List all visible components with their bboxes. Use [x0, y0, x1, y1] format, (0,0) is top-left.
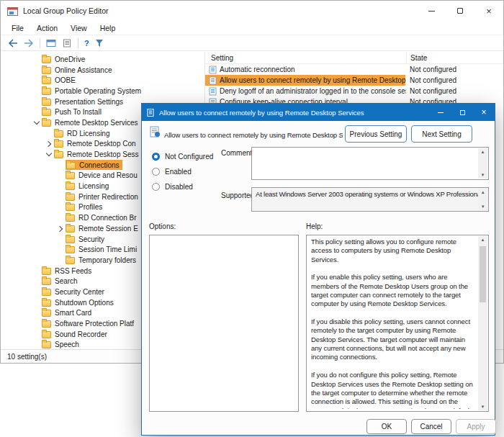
options-panel — [149, 235, 299, 412]
folder-icon — [42, 331, 51, 338]
tree-item-oobe[interactable]: OOBE — [1, 75, 204, 86]
tree-item-label: Shutdown Options — [55, 299, 114, 307]
tree-item-label: Security Center — [55, 288, 104, 296]
console-tree-icon[interactable] — [46, 39, 56, 48]
folder-icon — [42, 88, 51, 95]
export-list-icon[interactable] — [62, 39, 72, 48]
policy-setting-icon — [149, 126, 161, 140]
filter-icon[interactable] — [95, 39, 104, 48]
folder-icon — [66, 183, 75, 190]
menu-file[interactable]: File — [5, 22, 30, 34]
setting-state: Not configured — [406, 87, 503, 95]
tree-item-label: Sound Recorder — [55, 330, 107, 338]
chevron-expanded-icon[interactable] — [45, 150, 54, 159]
minimize-button[interactable] — [417, 1, 446, 21]
tree-item-label: RD Licensing — [67, 130, 109, 138]
supported-on-box: At least Windows Server 2003 operating s… — [251, 187, 489, 212]
comment-input[interactable] — [251, 147, 489, 180]
radio-not-configured[interactable]: Not Configured — [152, 151, 213, 161]
folder-icon — [66, 172, 75, 179]
policy-icon — [209, 87, 217, 96]
tree-item-label: Search — [55, 277, 78, 285]
tree-item-label: OOBE — [55, 76, 76, 84]
tree-item-label: Push To Install — [55, 108, 102, 116]
tree-item-label: Speech — [55, 341, 79, 348]
tree-item-label: Profiles — [78, 203, 102, 211]
setting-row-selected[interactable]: Allow users to connect remotely by using… — [205, 75, 503, 86]
chevron-spacer — [56, 245, 66, 254]
folder-icon — [66, 194, 75, 201]
policy-icon — [209, 76, 217, 85]
folder-icon — [42, 67, 51, 74]
folder-icon — [66, 204, 75, 211]
chevron-collapsed-icon[interactable] — [45, 139, 54, 148]
scrollbar-thumb[interactable] — [480, 246, 486, 302]
close-button[interactable]: × — [474, 1, 503, 21]
forward-arrow-icon[interactable] — [24, 39, 34, 48]
chevron-collapsed-icon[interactable] — [56, 224, 66, 233]
column-header-setting[interactable]: Setting — [205, 54, 406, 62]
toolbar-separator — [78, 38, 78, 48]
folder-icon — [66, 225, 75, 233]
dialog-minimize-button[interactable] — [430, 104, 451, 121]
ok-button[interactable]: OK — [366, 419, 407, 434]
radio-enabled[interactable]: Enabled — [152, 166, 192, 176]
menu-view[interactable]: View — [64, 22, 94, 34]
list-header: Setting State — [205, 52, 503, 64]
chevron-spacer — [32, 55, 42, 64]
menu-action[interactable]: Action — [30, 22, 64, 34]
supported-scrollbar[interactable] — [478, 189, 487, 210]
cancel-button[interactable]: Cancel — [411, 419, 451, 434]
policy-setting-dialog: Allow users to connect remotely by using… — [141, 103, 495, 436]
previous-setting-button[interactable]: Previous Setting — [345, 125, 407, 143]
chevron-spacer — [32, 107, 42, 117]
folder-icon — [42, 341, 51, 348]
toolbar: ? — [1, 35, 503, 51]
folder-icon — [42, 299, 51, 307]
tree-item-online-assistance[interactable]: Online Assistance — [1, 65, 204, 76]
menu-bar: File Action View Help — [1, 21, 503, 35]
setting-state: Not configured — [406, 76, 503, 84]
radio-icon[interactable] — [152, 168, 160, 176]
tree-item-onedrive[interactable]: OneDrive — [1, 54, 204, 65]
chevron-spacer — [56, 256, 66, 265]
folder-icon — [42, 320, 51, 328]
radio-icon[interactable] — [152, 183, 160, 191]
column-header-state[interactable]: State — [406, 52, 503, 63]
maximize-icon — [460, 110, 465, 115]
chevron-expanded-icon[interactable] — [32, 118, 42, 127]
back-arrow-icon[interactable] — [8, 39, 18, 48]
chevron-spacer — [32, 97, 42, 107]
setting-row[interactable]: Deny logoff of an administrator logged i… — [205, 86, 503, 96]
help-scrollbar[interactable] — [478, 236, 487, 410]
menu-help[interactable]: Help — [94, 22, 122, 34]
folder-icon — [42, 278, 51, 285]
help-icon[interactable]: ? — [84, 39, 89, 48]
minimize-icon — [428, 11, 435, 12]
tree-item-label: RD Connection Br — [78, 214, 137, 222]
folder-icon — [42, 77, 51, 84]
window-controls: × — [417, 1, 503, 21]
chevron-spacer — [32, 319, 42, 328]
comment-scrollbar[interactable] — [478, 148, 487, 179]
help-label: Help: — [306, 222, 323, 230]
comment-label: Comment: — [221, 149, 254, 157]
radio-disabled[interactable]: Disabled — [152, 181, 193, 192]
app-icon — [7, 6, 18, 16]
radio-selected-icon[interactable] — [152, 153, 160, 161]
folder-icon — [42, 268, 51, 275]
folder-icon — [54, 130, 63, 138]
maximize-button[interactable] — [446, 1, 474, 21]
chevron-spacer — [56, 192, 66, 202]
dialog-icon — [147, 109, 155, 117]
dialog-close-button[interactable]: × — [473, 104, 495, 121]
help-text: This policy setting allows you to config… — [311, 238, 475, 409]
tree-item-portable-operating-system[interactable]: Portable Operating System — [1, 86, 204, 96]
next-setting-button[interactable]: Next Setting — [411, 125, 472, 143]
options-label: Options: — [149, 222, 176, 230]
setting-row[interactable]: Automatic reconnection Not configured — [205, 64, 503, 75]
dialog-maximize-button[interactable] — [451, 104, 473, 121]
chevron-spacer — [56, 171, 66, 180]
chevron-spacer — [32, 276, 42, 286]
apply-button[interactable]: Apply — [456, 419, 496, 434]
